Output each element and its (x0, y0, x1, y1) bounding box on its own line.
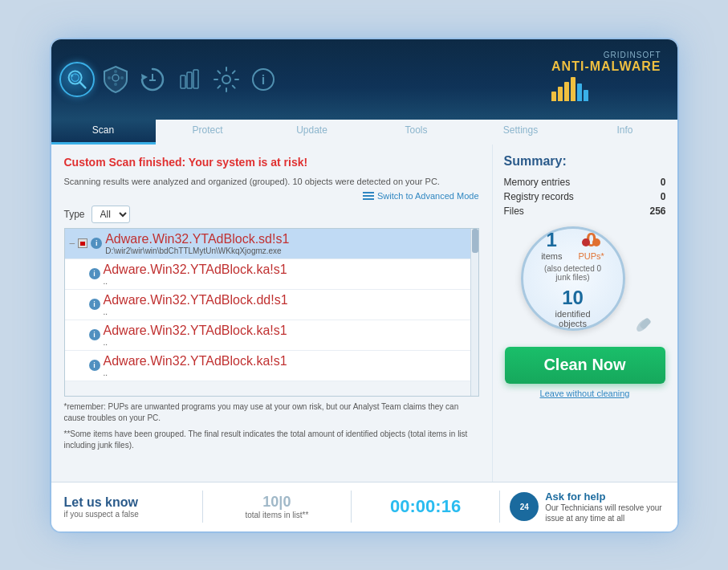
side-panel: Summary: Memory entries 0 Registry recor… (493, 145, 677, 482)
nav-update-label: Update (296, 124, 327, 136)
scan-title: Custom Scan finished: Your system is at … (64, 156, 479, 169)
bar1 (551, 92, 556, 101)
settings-nav-icon (210, 63, 242, 96)
items-stat: 1 items (541, 229, 562, 261)
nav-settings[interactable]: Settings (469, 120, 573, 145)
tools-nav-icon (173, 63, 205, 96)
footer-help: 24 Ask for help Our Technicians will res… (510, 491, 664, 523)
table-row[interactable]: i Adware.Win32.YTAdBlock.ka!s1 .. (65, 320, 470, 350)
table-row[interactable]: i Adware.Win32.YTAdBlock.ka!s1 .. (65, 351, 470, 381)
summary-table: Memory entries 0 Registry records 0 File… (504, 175, 666, 218)
type-filter: Type All (64, 206, 479, 223)
scan-subtitle: Scanning results were analyzed and organ… (64, 177, 479, 186)
threat-path: .. (104, 338, 287, 347)
nav-info-label: Info (616, 124, 632, 136)
info-nav-icon: i (247, 63, 279, 96)
threat-name: Adware.Win32.YTAdBlock.ka!s1 (104, 354, 287, 368)
nav-settings-label: Settings (503, 124, 538, 136)
svg-point-6 (114, 70, 117, 73)
svg-rect-13 (181, 75, 185, 88)
svg-point-9 (120, 76, 124, 79)
registry-value: 0 (661, 191, 666, 202)
scrollbar-thumb (472, 229, 478, 253)
svg-rect-14 (187, 72, 192, 88)
svg-rect-20 (363, 195, 374, 197)
memory-label: Memory entries (504, 177, 571, 188)
app-window: i GRIDINSOFT ANTI-MALWARE Scan Protect (51, 39, 677, 531)
help-desc: Our Technicians will resolve your issue … (545, 503, 664, 523)
footer-divider-1 (202, 491, 203, 523)
mag-dots (582, 238, 600, 246)
nav-scan[interactable]: Scan (51, 120, 156, 145)
result-group-2: i Adware.Win32.YTAdBlock.ka!s1 .. (65, 259, 470, 290)
table-row[interactable]: – i Adware.Win32.YTAdBlock.sd!s1 D:\wir2… (65, 229, 470, 259)
brand-icon (551, 77, 661, 101)
summary-title: Summary: (504, 154, 666, 169)
help-icon: 24 (510, 492, 539, 521)
nav-protect-label: Protect (192, 124, 222, 136)
nav-tools[interactable]: Tools (364, 120, 469, 145)
threat-path: .. (104, 277, 287, 286)
threat-name: Adware.Win32.YTAdBlock.sd!s1 (105, 232, 289, 246)
protect-nav-icon (100, 63, 132, 96)
result-group-3: i Adware.Win32.YTAdBlock.dd!s1 .. (65, 290, 470, 320)
info-icon: i (89, 268, 100, 279)
threat-name: Adware.Win32.YTAdBlock.ka!s1 (104, 324, 287, 338)
scan-title-prefix: Custom Scan finished: (64, 156, 189, 169)
bar6 (584, 90, 588, 101)
svg-point-8 (108, 76, 111, 79)
checkbox[interactable] (78, 238, 87, 248)
nav-tools-label: Tools (405, 124, 427, 136)
items-label: items (541, 251, 562, 261)
info-icon: i (89, 329, 100, 340)
items-count: 1 (541, 229, 562, 251)
count-main: 10 (262, 494, 279, 510)
scan-nav-icon (59, 62, 95, 97)
advanced-mode-link[interactable]: Switch to Advanced Mode (64, 191, 479, 201)
help-24-label: 24 (520, 503, 529, 511)
magnifier-area: 1 items 0 PUPs* (also detected 0 junk fi… (513, 226, 657, 339)
nav-info[interactable]: Info (573, 120, 677, 145)
identified-label: identified objects (555, 309, 590, 328)
registry-label: Registry records (504, 191, 574, 202)
mag-handle (609, 291, 653, 339)
checkbox-cell (78, 238, 87, 248)
advanced-mode-text: Switch to Advanced Mode (377, 191, 479, 201)
scrollbar[interactable] (470, 229, 478, 396)
type-select[interactable]: All (92, 206, 130, 223)
footer-count: 10|0 (213, 494, 341, 511)
bar2 (558, 87, 563, 101)
threat-name: Adware.Win32.YTAdBlock.ka!s1 (104, 263, 287, 277)
clean-now-button[interactable]: Clean Now (505, 347, 665, 384)
info-icon: i (91, 238, 102, 249)
svg-point-4 (75, 73, 76, 75)
footer: Let us know if you suspect a false 10|0 … (51, 482, 677, 531)
leave-without-cleaning-link[interactable]: Leave without cleaning (540, 389, 630, 398)
note2: **Some items have been grouped. The fina… (64, 429, 479, 451)
threat-path: .. (104, 307, 288, 316)
brand-main: ANTI-MALWARE (551, 59, 661, 74)
result-group-5: i Adware.Win32.YTAdBlock.ka!s1 .. (65, 351, 470, 381)
threat-path: D:\wir2\wir\win\bdChTTLMytUn\WKkqXjogmz.… (105, 246, 289, 255)
summary-row-registry: Registry records 0 (504, 189, 666, 204)
svg-point-16 (222, 75, 230, 83)
table-row[interactable]: i Adware.Win32.YTAdBlock.ka!s1 .. (65, 259, 470, 289)
threat-name: Adware.Win32.YTAdBlock.dd!s1 (104, 293, 288, 307)
main-panel: Custom Scan finished: Your system is at … (51, 145, 493, 482)
also-junk: (also detected 0 junk files) (544, 264, 601, 282)
svg-point-7 (114, 83, 117, 86)
nav-update[interactable]: Update (260, 120, 364, 145)
memory-value: 0 (661, 177, 666, 188)
svg-rect-15 (193, 70, 198, 88)
update-nav-icon (136, 63, 169, 96)
table-row[interactable]: i Adware.Win32.YTAdBlock.dd!s1 .. (65, 290, 470, 320)
ask-for-help-title: Ask for help (545, 491, 664, 503)
info-icon: i (89, 299, 100, 310)
nav-protect[interactable]: Protect (156, 120, 260, 145)
dot-red (582, 238, 590, 246)
nav-scan-label: Scan (92, 124, 114, 136)
summary-row-files: Files 256 (504, 204, 666, 218)
results-list[interactable]: – i Adware.Win32.YTAdBlock.sd!s1 D:\wir2… (65, 229, 470, 396)
bar3 (564, 82, 569, 101)
pups-label: PUPs* (578, 251, 604, 261)
